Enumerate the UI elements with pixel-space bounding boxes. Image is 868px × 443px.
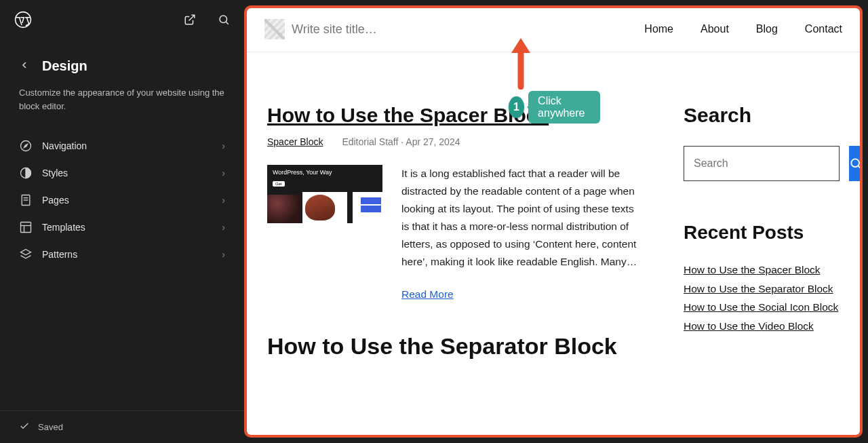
patterns-icon (19, 248, 33, 261)
recent-posts-heading: Recent Posts (684, 222, 840, 244)
svg-rect-10 (21, 223, 31, 233)
sidebar-item-label: Pages (42, 195, 69, 206)
chevron-right-icon: › (222, 222, 225, 233)
saved-status: Saved (38, 422, 63, 432)
svg-marker-5 (24, 145, 28, 148)
contrast-icon (19, 166, 33, 180)
thumb-headline: WordPress, Your Way (273, 169, 332, 176)
post-meta: Spacer Block Editorial Staff · Apr 27, 2… (267, 136, 643, 147)
sidebar-top-actions (180, 10, 233, 29)
sidebar-item-label: Patterns (42, 249, 77, 260)
sidebar-item-label: Styles (42, 168, 68, 178)
post-excerpt-wrap: It is a long established fact that a rea… (401, 165, 643, 301)
chevron-right-icon: › (222, 249, 225, 260)
nav-link-contact[interactable]: Contact (805, 23, 842, 35)
post-category-link[interactable]: Spacer Block (267, 136, 323, 147)
sidebar-item-patterns[interactable]: Patterns › (8, 241, 236, 268)
post-title[interactable]: How to Use the Spacer Block (267, 104, 643, 127)
site-nav: Home About Blog Contact (644, 23, 842, 35)
open-external-icon[interactable] (180, 10, 199, 29)
compass-icon (19, 139, 33, 153)
search-icon (849, 157, 863, 170)
page-icon (19, 193, 33, 207)
sidebar-title: Design (42, 58, 87, 74)
search-heading: Search (684, 104, 840, 127)
content-area: How to Use the Spacer Block Spacer Block… (247, 52, 860, 383)
search-widget (684, 146, 840, 181)
svg-line-3 (226, 22, 228, 24)
sidebar-item-navigation[interactable]: Navigation › (8, 132, 236, 159)
nav-link-home[interactable]: Home (644, 23, 673, 35)
svg-point-14 (851, 159, 859, 167)
recent-posts-widget: Recent Posts How to Use the Spacer Block… (684, 222, 840, 334)
editor-canvas[interactable]: Write site title… Home About Blog Contac… (244, 5, 863, 438)
post-title[interactable]: How to Use the Separator Block (267, 333, 643, 360)
search-button[interactable] (849, 146, 863, 181)
sidebar-item-templates[interactable]: Templates › (8, 214, 236, 241)
check-icon (19, 421, 30, 434)
wordpress-logo[interactable] (14, 10, 33, 29)
recent-post-link[interactable]: How to Use the Social Icon Block (684, 298, 840, 316)
chevron-right-icon: › (222, 195, 225, 206)
site-title-input[interactable]: Write site title… (292, 22, 377, 37)
post-thumbnail[interactable]: WordPress, Your Way Get (267, 165, 382, 223)
search-icon[interactable] (214, 10, 233, 29)
layout-icon (19, 220, 33, 234)
sidebar-item-pages[interactable]: Pages › (8, 187, 236, 214)
sidebar-nav-list: Navigation › Styles › Pages (0, 128, 244, 272)
canvas-wrap: Write site title… Home About Blog Contac… (244, 0, 868, 443)
sidebar-item-styles[interactable]: Styles › (8, 159, 236, 187)
sidebar-description: Customize the appearance of your website… (0, 82, 244, 128)
svg-marker-13 (21, 250, 31, 255)
post-body: WordPress, Your Way Get It is a long est… (267, 165, 643, 301)
svg-line-15 (859, 166, 861, 169)
post: How to Use the Separator Block (267, 333, 643, 360)
sidebar-footer: Saved (0, 410, 244, 443)
app-root: Design Customize the appearance of your … (0, 0, 868, 443)
read-more-link[interactable]: Read More (401, 288, 454, 301)
sidebar-topbar (0, 0, 244, 39)
post-author: Editorial Staff (342, 136, 398, 147)
sidebar-item-label: Templates (42, 222, 85, 233)
recent-post-link[interactable]: How to Use the Spacer Block (684, 261, 840, 279)
search-input[interactable] (684, 146, 840, 181)
editor-sidebar: Design Customize the appearance of your … (0, 0, 244, 443)
post-date: Apr 27, 2024 (406, 136, 460, 147)
sidebar-item-label: Navigation (42, 140, 87, 151)
site-logo-placeholder[interactable] (264, 19, 285, 39)
svg-line-1 (189, 15, 195, 20)
svg-point-2 (220, 16, 227, 23)
site-brand: Write site title… (264, 19, 377, 39)
site-header[interactable]: Write site title… Home About Blog Contac… (247, 8, 860, 52)
recent-post-link[interactable]: How to Use the Separator Block (684, 280, 840, 298)
chevron-right-icon: › (222, 168, 225, 178)
sidebar-header: Design (0, 39, 244, 82)
main-column: How to Use the Spacer Block Spacer Block… (267, 104, 643, 369)
recent-post-link[interactable]: How to Use the Video Block (684, 317, 840, 335)
sidebar-widgets: Search Recent Posts How to Use the Space… (684, 104, 840, 369)
post: How to Use the Spacer Block Spacer Block… (267, 104, 643, 301)
back-button[interactable] (19, 60, 30, 73)
nav-link-about[interactable]: About (701, 23, 729, 35)
post-excerpt: It is a long established fact that a rea… (401, 165, 643, 271)
nav-link-blog[interactable]: Blog (756, 23, 778, 35)
chevron-right-icon: › (222, 140, 225, 151)
